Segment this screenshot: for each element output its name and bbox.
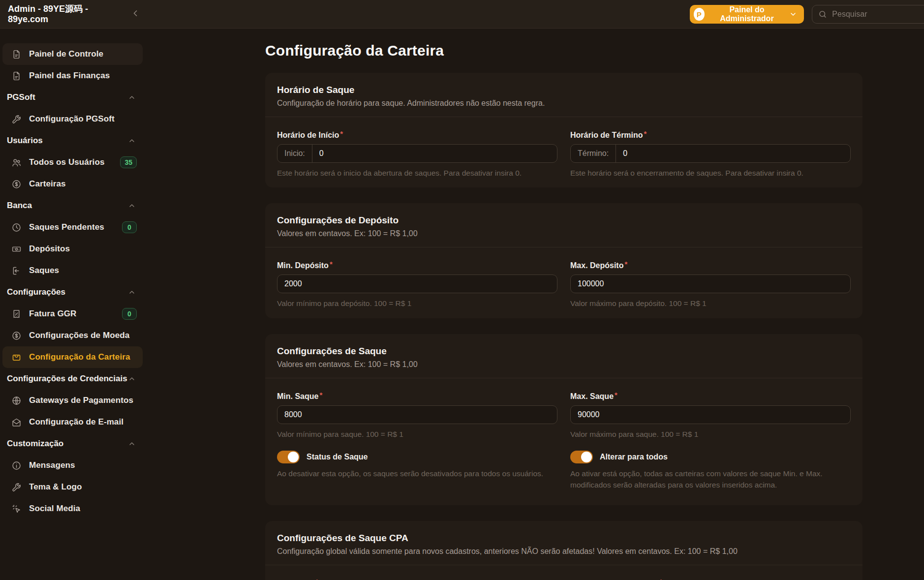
cursor-click-icon bbox=[11, 503, 22, 514]
sidebar-item-label: Configurações de Moeda bbox=[29, 331, 129, 340]
field-helper: Este horário será o encerramento de saqu… bbox=[570, 168, 851, 179]
sidebar-section-banca[interactable]: Banca bbox=[0, 195, 143, 216]
receipt-percent-icon bbox=[11, 308, 22, 319]
wrench-icon bbox=[11, 482, 22, 492]
document-icon bbox=[11, 49, 22, 60]
field-label-max-deposito: Max. Depósito bbox=[570, 261, 627, 270]
sidebar-item-fatura-ggr[interactable]: Fatura GGR 0 bbox=[2, 303, 143, 325]
search-icon bbox=[818, 10, 827, 19]
sidebar-item-depositos[interactable]: Depósitos bbox=[2, 238, 143, 260]
clock-icon bbox=[11, 222, 22, 233]
field-label-min-saque: Min. Saque bbox=[277, 392, 322, 400]
field-label-max-saque: Max. Saque bbox=[570, 392, 617, 400]
sidebar-item-label: Todos os Usuários bbox=[29, 157, 104, 167]
max-saque-input[interactable] bbox=[571, 406, 850, 424]
sidebar-item-label: Configuração da Carteira bbox=[29, 352, 130, 362]
chevron-left-icon bbox=[130, 8, 140, 20]
card-configuracoes-de-deposito: Configurações de Depósito Valores em cen… bbox=[265, 203, 862, 318]
sidebar-item-label: Mensagens bbox=[29, 460, 75, 470]
sidebar-item-label: Saques Pendentes bbox=[29, 222, 104, 232]
field-helper: Valor mínimo para saque. 100 = R$ 1 bbox=[277, 429, 557, 440]
sidebar-item-mensagens[interactable]: Mensagens bbox=[2, 455, 143, 476]
sidebar-item-configuracao-da-carteira[interactable]: Configuração da Carteira bbox=[2, 346, 143, 368]
sidebar-section-configuracoes-de-credenciais[interactable]: Configurações de Credenciais bbox=[0, 368, 143, 390]
field-label-min-deposito: Min. Depósito bbox=[277, 261, 333, 270]
sidebar-item-carteiras[interactable]: Carteiras bbox=[2, 173, 143, 195]
card-title: Configurações de Saque bbox=[277, 346, 851, 357]
card-subtitle: Configuração de horário para saque. Admi… bbox=[277, 99, 851, 108]
sidebar-item-label: Gateways de Pagamentos bbox=[29, 396, 133, 405]
status-de-saque-toggle[interactable] bbox=[277, 451, 300, 463]
sidebar-item-tema-e-logo[interactable]: Tema & Logo bbox=[2, 476, 143, 498]
sidebar-item-social-media[interactable]: Social Media bbox=[2, 498, 143, 519]
toggle-label: Status de Saque bbox=[307, 453, 368, 461]
field-label-horario-de-inicio: Horário de Início bbox=[277, 131, 343, 139]
sidebar-item-todos-os-usuarios[interactable]: Todos os Usuários 35 bbox=[2, 152, 143, 173]
top-bar: Admin - 89YE源码 - 89ye.com P Painel do Ad… bbox=[0, 0, 924, 29]
sidebar-item-label: Configuração de E-mail bbox=[29, 417, 123, 427]
toggle-helper: Ao ativar está opção, todas as carteiras… bbox=[570, 468, 851, 490]
sidebar-section-usuarios[interactable]: Usuários bbox=[0, 130, 143, 152]
sidebar-item-gateways-de-pagamentos[interactable]: Gateways de Pagamentos bbox=[2, 390, 143, 411]
sidebar-collapse-button[interactable] bbox=[127, 6, 144, 23]
sidebar-item-painel-das-financas[interactable]: Painel das Finanças bbox=[2, 65, 143, 87]
sidebar-item-painel-de-controle[interactable]: Painel de Controle bbox=[2, 43, 143, 65]
sidebar-item-label: Depósitos bbox=[29, 244, 70, 254]
chevron-up-icon bbox=[128, 440, 136, 448]
document-icon bbox=[11, 70, 22, 81]
globe-icon bbox=[11, 395, 22, 406]
sidebar-item-label: Carteiras bbox=[29, 179, 66, 189]
main-content: Configuração da Carteira Horário de Saqu… bbox=[146, 29, 924, 580]
chevron-up-icon bbox=[128, 93, 136, 101]
min-deposito-input[interactable] bbox=[277, 275, 557, 293]
toggle-helper: Ao desativar esta opção, os saques serão… bbox=[277, 468, 557, 479]
card-subtitle: Valores em centavos. Ex: 100 = R$ 1,00 bbox=[277, 360, 851, 369]
count-badge: 0 bbox=[122, 221, 137, 233]
search-box[interactable] bbox=[812, 5, 924, 24]
info-circle-icon bbox=[11, 460, 22, 471]
chevron-up-icon bbox=[128, 202, 136, 210]
min-saque-input[interactable] bbox=[277, 406, 557, 424]
sidebar-item-saques-pendentes[interactable]: Saques Pendentes 0 bbox=[2, 216, 143, 238]
chevron-down-icon bbox=[789, 10, 797, 18]
card-subtitle: Valores em centavos. Ex: 100 = R$ 1,00 bbox=[277, 229, 851, 238]
max-deposito-input[interactable] bbox=[571, 275, 850, 293]
card-horario-de-saque: Horário de Saque Configuração de horário… bbox=[265, 73, 862, 187]
card-title: Configurações de Saque CPA bbox=[277, 533, 851, 544]
admin-panel-button[interactable]: P Painel do Administrador bbox=[690, 5, 804, 24]
envelope-icon bbox=[11, 417, 22, 427]
app-title: Admin - 89YE源码 - 89ye.com bbox=[8, 4, 111, 24]
sidebar-item-label: Painel das Finanças bbox=[29, 71, 110, 81]
page-title: Configuração da Carteira bbox=[265, 42, 862, 59]
field-helper: Valor mínimo para depósito. 100 = R$ 1 bbox=[277, 298, 557, 309]
card-configuracoes-de-saque-cpa: Configurações de Saque CPA Configuração … bbox=[265, 521, 862, 580]
sidebar-section-configuracoes[interactable]: Configurações bbox=[0, 281, 143, 303]
avatar: P bbox=[694, 8, 705, 21]
sidebar-item-label: Painel de Controle bbox=[29, 49, 103, 59]
sidebar-section-pgsoft[interactable]: PGSoft bbox=[0, 87, 143, 108]
input-addon-termino: Término: bbox=[571, 145, 616, 162]
field-helper: Valor máximo para saque. 100 = R$ 1 bbox=[570, 429, 851, 440]
sidebar-item-label: Fatura GGR bbox=[29, 309, 76, 319]
sidebar-item-configuracoes-de-moeda[interactable]: Configurações de Moeda bbox=[2, 325, 143, 346]
card-title: Configurações de Depósito bbox=[277, 215, 851, 226]
sidebar-section-customizacao[interactable]: Customização bbox=[0, 433, 143, 455]
sidebar: Painel de Controle Painel das Finanças P… bbox=[0, 29, 146, 580]
horario-de-inicio-input[interactable] bbox=[312, 145, 557, 162]
sidebar-item-saques[interactable]: Saques bbox=[2, 260, 143, 281]
search-input[interactable] bbox=[832, 10, 924, 19]
wrench-icon bbox=[11, 114, 22, 124]
field-helper: Este horário será o inicio da abertura d… bbox=[277, 168, 557, 179]
dollar-circle-icon bbox=[11, 179, 22, 189]
sidebar-item-configuracao-pgsoft[interactable]: Configuração PGSoft bbox=[2, 108, 143, 130]
alterar-para-todos-toggle[interactable] bbox=[570, 451, 593, 463]
chevron-up-icon bbox=[128, 375, 136, 383]
banknote-icon bbox=[11, 244, 22, 254]
horario-de-termino-input[interactable] bbox=[616, 145, 850, 162]
wallet-icon bbox=[11, 352, 22, 363]
sidebar-item-configuracao-de-email[interactable]: Configuração de E-mail bbox=[2, 411, 143, 433]
chevron-up-icon bbox=[128, 288, 136, 296]
sidebar-item-label: Social Media bbox=[29, 504, 80, 514]
withdraw-icon bbox=[11, 265, 22, 276]
field-helper: Valor máximo para depósito. 100 = R$ 1 bbox=[570, 298, 851, 309]
